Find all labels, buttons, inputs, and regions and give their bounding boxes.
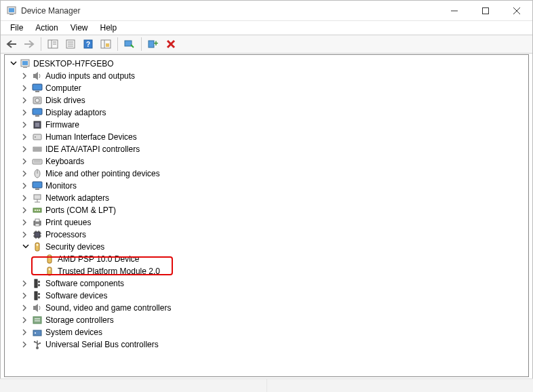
tree-category[interactable]: Computer [5, 82, 528, 94]
tree-category[interactable]: Sound, video and game controllers [5, 302, 528, 314]
expand-toggle-icon[interactable] [21, 218, 31, 227]
expand-toggle-icon[interactable] [21, 193, 31, 203]
add-legacy-button[interactable]: + [145, 37, 161, 52]
tree-category[interactable]: Storage controllers [5, 314, 528, 326]
menubar: File Action View Help [1, 21, 532, 35]
expand-toggle-icon[interactable] [21, 71, 31, 81]
device-tree[interactable]: DESKTOP-H7FGEBO Audio inputs and outputs… [4, 54, 529, 377]
menu-help[interactable]: Help [95, 22, 123, 34]
tree-category[interactable]: Monitors [5, 180, 528, 192]
printer-icon [32, 217, 43, 228]
minimize-button[interactable] [439, 1, 470, 21]
toolbar: ? + [1, 35, 532, 54]
pc-icon [20, 58, 31, 69]
speaker-icon [32, 71, 43, 81]
tree-category-label: Audio inputs and outputs [45, 71, 135, 81]
security-icon [44, 266, 55, 277]
svg-text:?: ? [86, 41, 90, 48]
tree-category[interactable]: Human Interface Devices [5, 131, 528, 143]
tree-category[interactable]: Software devices [5, 290, 528, 302]
expand-toggle-icon[interactable] [21, 132, 31, 142]
port-icon [32, 205, 43, 216]
tree-category-label: Keyboards [45, 157, 84, 166]
properties-button[interactable] [62, 37, 79, 52]
expand-toggle-icon[interactable] [21, 157, 31, 166]
tree-root[interactable]: DESKTOP-H7FGEBO [5, 58, 528, 70]
maximize-button[interactable] [470, 1, 501, 21]
tree-category[interactable]: Ports (COM & LPT) [5, 204, 528, 216]
tree-category-label: Mice and other pointing devices [45, 169, 160, 178]
expand-toggle-icon[interactable] [21, 315, 31, 325]
window-controls [439, 1, 532, 20]
tree-category[interactable]: Keyboards [5, 155, 528, 168]
tree-category-label: Storage controllers [45, 315, 114, 325]
close-button[interactable] [501, 1, 532, 21]
tree-category[interactable]: Audio inputs and outputs [5, 70, 528, 82]
expand-toggle-icon[interactable] [9, 59, 18, 68]
expand-toggle-icon[interactable] [21, 108, 31, 117]
help-button[interactable]: ? [80, 37, 96, 52]
tree-category-label: Software components [45, 279, 124, 288]
tree-category[interactable]: Firmware [5, 119, 528, 131]
expand-toggle-icon[interactable] [21, 291, 31, 300]
storage-icon [32, 315, 43, 326]
tree-category-label: Firmware [45, 120, 79, 130]
tree-category[interactable]: IDE ATA/ATAPI controllers [5, 143, 528, 155]
component-icon [32, 278, 43, 289]
tree-category-label: IDE ATA/ATAPI controllers [45, 144, 140, 154]
back-button[interactable] [3, 37, 20, 52]
tree-device[interactable]: AMD PSP 10.0 Device [5, 253, 528, 265]
tree-category[interactable]: System devices [5, 326, 528, 338]
tree-category[interactable]: Display adaptors [5, 106, 528, 119]
tree-device[interactable]: Trusted Platform Module 2.0 [5, 265, 528, 277]
expand-toggle-icon[interactable] [21, 120, 31, 130]
svg-rect-55 [483, 8, 489, 14]
expand-toggle-icon[interactable] [21, 169, 31, 178]
window-title: Device Manager [21, 6, 80, 16]
disk-icon [32, 95, 43, 106]
expand-toggle-icon[interactable] [21, 340, 31, 349]
menu-action[interactable]: Action [30, 22, 63, 34]
uninstall-button[interactable] [163, 37, 179, 52]
tree-category[interactable]: Processors [5, 229, 528, 241]
expand-toggle-icon[interactable] [21, 230, 31, 239]
monitor-icon [32, 83, 43, 94]
app-icon [6, 5, 17, 16]
scan-hardware-button[interactable] [121, 37, 138, 52]
ide-icon [32, 144, 43, 155]
tree-category-label: Software devices [45, 291, 107, 300]
action-button[interactable] [98, 37, 114, 52]
speaker-icon [32, 302, 43, 313]
tree-category[interactable]: Disk drives [5, 94, 528, 106]
tree-category[interactable]: Mice and other pointing devices [5, 168, 528, 180]
expand-toggle-icon[interactable] [21, 144, 31, 154]
forward-button[interactable] [21, 37, 37, 52]
expand-toggle-icon[interactable] [21, 279, 31, 288]
expand-toggle-icon[interactable] [21, 328, 31, 337]
tree-category[interactable]: Print queues [5, 216, 528, 229]
tree-category-label: Computer [45, 83, 81, 93]
usb-icon [32, 339, 43, 350]
tree-category[interactable]: Network adapters [5, 192, 528, 204]
chip-icon [32, 119, 43, 130]
monitor-icon [32, 180, 43, 191]
expand-toggle-icon[interactable] [21, 83, 31, 93]
menu-view[interactable]: View [65, 22, 94, 34]
expand-toggle-icon[interactable] [21, 96, 31, 105]
show-hide-tree-button[interactable] [45, 37, 61, 52]
menu-file[interactable]: File [5, 22, 28, 34]
component-icon [32, 290, 43, 301]
svg-rect-70 [106, 43, 109, 47]
network-icon [32, 193, 43, 203]
tree-category[interactable]: Universal Serial Bus controllers [5, 338, 528, 351]
tree-device-label: AMD PSP 10.0 Device [58, 254, 140, 264]
expand-toggle-icon[interactable] [21, 303, 31, 313]
statusbar [0, 378, 533, 392]
expand-toggle-icon[interactable] [21, 205, 31, 215]
hid-icon [32, 132, 43, 142]
tree-category[interactable]: Software components [5, 277, 528, 290]
expand-toggle-icon[interactable] [21, 242, 31, 252]
tree-category[interactable]: Security devices [5, 241, 528, 253]
svg-text:+: + [153, 39, 158, 48]
expand-toggle-icon[interactable] [21, 181, 31, 191]
